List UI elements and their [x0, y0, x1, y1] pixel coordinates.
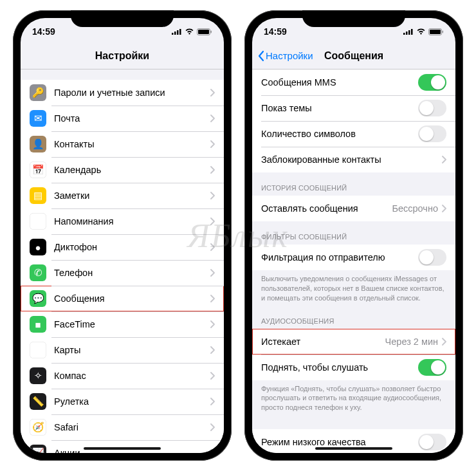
nav-bar: Настройки: [21, 42, 224, 69]
status-time: 14:59: [264, 26, 287, 37]
row-char-count[interactable]: Количество символов: [252, 121, 455, 147]
section-header-audio: АУДИОСООБЩЕНИЯ: [252, 306, 455, 329]
settings-row-phone[interactable]: ✆Телефон: [21, 260, 224, 286]
toggle[interactable]: [418, 434, 446, 450]
mail-icon: ✉: [30, 110, 46, 127]
maps-icon: 🗺: [30, 342, 46, 358]
settings-row-facetime[interactable]: ■FaceTime: [21, 311, 224, 337]
passwords-icon: 🔑: [30, 84, 46, 101]
row-expire[interactable]: ИстекаетЧерез 2 мин: [252, 329, 455, 355]
settings-row-messages[interactable]: 💬Сообщения: [21, 286, 224, 311]
svg-rect-9: [408, 30, 410, 35]
row-label: FaceTime: [54, 319, 210, 329]
settings-row-voice-memos[interactable]: ●Диктофон: [21, 234, 224, 260]
battery-icon: [428, 28, 444, 35]
settings-row-compass[interactable]: ✧Компас: [21, 363, 224, 389]
wifi-icon: [416, 28, 426, 35]
chevron-right-icon: [210, 243, 215, 251]
chevron-right-icon: [210, 217, 215, 225]
svg-rect-8: [406, 32, 408, 35]
svg-rect-2: [177, 30, 179, 35]
status-right: [403, 28, 444, 35]
chevron-right-icon: [210, 192, 215, 199]
toggle[interactable]: [418, 125, 446, 142]
notes-icon: ▤: [30, 187, 46, 204]
row-label: Напоминания: [54, 216, 210, 226]
row-label: Истекает: [261, 337, 385, 347]
chevron-right-icon: [210, 166, 215, 174]
toggle[interactable]: [418, 359, 446, 376]
row-mms[interactable]: Сообщения MMS: [252, 69, 455, 95]
row-label: Диктофон: [54, 242, 210, 252]
settings-row-measure[interactable]: 📏Рулетка: [21, 389, 224, 414]
back-button[interactable]: Настройки: [257, 50, 313, 62]
settings-row-mail[interactable]: ✉Почта: [21, 106, 224, 131]
toggle[interactable]: [418, 249, 446, 266]
row-blocked[interactable]: Заблокированные контакты: [252, 147, 455, 172]
settings-list[interactable]: 🔑Пароли и учетные записи✉Почта👤Контакты📅…: [21, 69, 224, 453]
status-right: [172, 28, 212, 35]
messages-settings[interactable]: Сообщения MMSПоказ темыКоличество символ…: [252, 69, 455, 453]
svg-rect-6: [211, 30, 212, 33]
page-title: Сообщения: [324, 50, 383, 62]
row-label: Рулетка: [54, 396, 210, 407]
notch: [302, 10, 405, 27]
chevron-right-icon: [210, 449, 215, 453]
chevron-right-icon: [210, 295, 215, 302]
row-raise-to-listen[interactable]: Поднять, чтобы слушать: [252, 355, 455, 380]
stocks-icon: 📈: [30, 445, 46, 453]
messages-icon: 💬: [30, 290, 46, 307]
svg-rect-1: [174, 32, 176, 35]
measure-icon: 📏: [30, 393, 46, 410]
cellular-icon: [172, 28, 182, 35]
phone-right: 14:59 Настройки Сообщения Сообщения MMSП…: [244, 10, 463, 461]
svg-rect-13: [443, 30, 444, 33]
row-value: Через 2 мин: [385, 337, 438, 347]
row-label: Показ темы: [261, 103, 418, 113]
toggle[interactable]: [418, 100, 446, 116]
home-indicator[interactable]: [84, 447, 161, 450]
phone-icon: ✆: [30, 264, 46, 281]
row-label: Фильтрация по отправителю: [261, 252, 418, 263]
section-header-filter: ФИЛЬТРЫ СООБЩЕНИЙ: [252, 221, 455, 245]
settings-row-safari[interactable]: 🧭Safari: [21, 414, 224, 440]
row-subject[interactable]: Показ темы: [252, 95, 455, 121]
safari-icon: 🧭: [30, 419, 46, 436]
row-label: Поднять, чтобы слушать: [261, 362, 418, 373]
chevron-right-icon: [210, 115, 215, 122]
page-title: Настройки: [95, 50, 149, 62]
row-filter-unknown[interactable]: Фильтрация по отправителю: [252, 245, 455, 270]
svg-rect-3: [179, 29, 181, 35]
settings-row-passwords[interactable]: 🔑Пароли и учетные записи: [21, 80, 224, 106]
nav-bar: Настройки Сообщения: [252, 42, 455, 69]
svg-rect-7: [403, 33, 405, 35]
settings-row-calendar[interactable]: 📅Календарь: [21, 157, 224, 183]
chevron-right-icon: [210, 372, 215, 380]
row-keep-messages[interactable]: Оставлять сообщенияБессрочно: [252, 196, 455, 221]
settings-row-contacts[interactable]: 👤Контакты: [21, 131, 224, 157]
settings-row-notes[interactable]: ▤Заметки: [21, 183, 224, 208]
settings-row-stocks[interactable]: 📈Акции: [21, 440, 224, 453]
chevron-right-icon: [210, 346, 215, 354]
row-label: Оставлять сообщения: [261, 203, 392, 214]
toggle[interactable]: [418, 74, 446, 91]
row-label: Компас: [54, 371, 210, 381]
footer-raise: Функция «Поднять, чтобы слушать» позволя…: [252, 380, 455, 416]
chevron-right-icon: [210, 398, 215, 405]
contacts-icon: 👤: [30, 136, 46, 152]
screen-right: 14:59 Настройки Сообщения Сообщения MMSП…: [252, 18, 455, 453]
settings-row-reminders[interactable]: ☰Напоминания: [21, 208, 224, 234]
chevron-right-icon: [442, 338, 446, 346]
chevron-right-icon: [210, 140, 215, 148]
settings-row-maps[interactable]: 🗺Карты: [21, 337, 224, 363]
row-label: Почта: [54, 113, 210, 124]
notch: [71, 10, 174, 27]
section-header-history: ИСТОРИЯ СООБЩЕНИЙ: [252, 172, 455, 196]
chevron-right-icon: [210, 320, 215, 328]
row-label: Количество символов: [261, 129, 418, 139]
home-indicator[interactable]: [315, 447, 392, 450]
voice-memos-icon: ●: [30, 239, 46, 255]
svg-rect-12: [430, 30, 441, 34]
compass-icon: ✧: [30, 367, 46, 384]
chevron-right-icon: [210, 423, 215, 431]
